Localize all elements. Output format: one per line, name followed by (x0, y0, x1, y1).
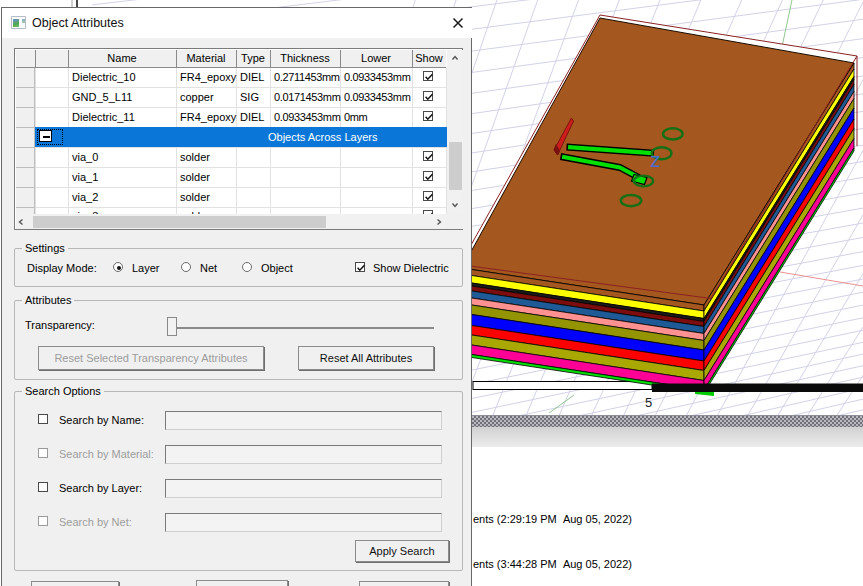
svg-text:z: z (650, 148, 661, 171)
svg-text:5: 5 (645, 395, 652, 410)
